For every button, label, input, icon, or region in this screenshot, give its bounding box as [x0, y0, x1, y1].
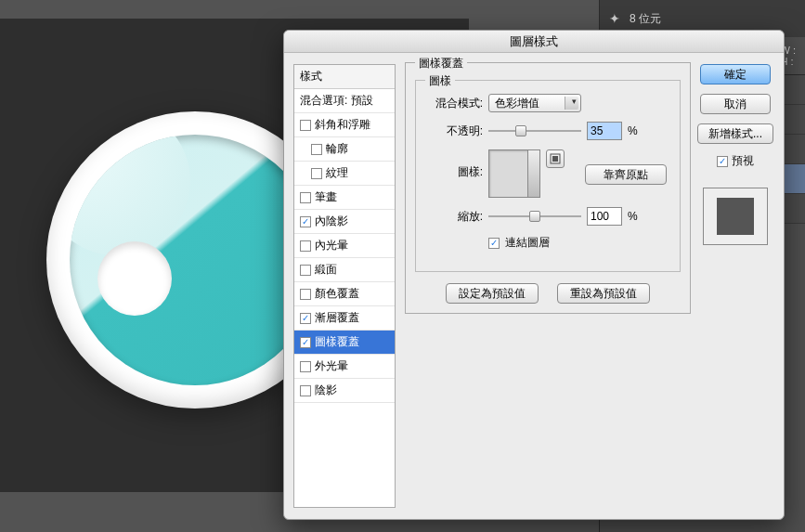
- style-label: 筆畫: [315, 189, 337, 205]
- style-checkbox[interactable]: [300, 240, 311, 252]
- scale-label: 縮放:: [427, 209, 483, 225]
- style-item[interactable]: 內陰影: [294, 210, 395, 234]
- style-checkbox[interactable]: [300, 289, 311, 300]
- scale-slider[interactable]: [488, 208, 581, 225]
- preview-checkbox[interactable]: [717, 156, 728, 167]
- panel-legend: 圖樣覆蓋: [415, 56, 467, 71]
- blend-mode-label: 混合模式:: [427, 96, 483, 111]
- eyedropper-icon: ✦: [609, 11, 620, 26]
- style-label: 內陰影: [315, 214, 348, 229]
- style-label: 圖樣覆蓋: [315, 334, 359, 350]
- ok-button[interactable]: 確定: [700, 64, 771, 84]
- svg-rect-1: [552, 156, 558, 162]
- style-item[interactable]: 漸層覆蓋: [294, 306, 395, 331]
- dialog-title: 圖層樣式: [284, 31, 784, 53]
- style-item[interactable]: 外光暈: [294, 355, 395, 379]
- style-label: 顏色覆蓋: [315, 286, 359, 302]
- style-item[interactable]: 陰影: [294, 379, 395, 403]
- percent-label-2: %: [628, 210, 638, 223]
- opacity-input[interactable]: [587, 122, 622, 140]
- blend-mode-select[interactable]: 色彩增值: [488, 94, 581, 112]
- reset-default-button[interactable]: 重設為預設值: [557, 283, 650, 304]
- pattern-legend: 圖樣: [425, 73, 455, 89]
- style-label: 漸層覆蓋: [315, 310, 359, 326]
- dialog-buttons-column: 確定 取消 新增樣式... 預視: [695, 53, 784, 519]
- style-checkbox[interactable]: [300, 385, 311, 396]
- style-checkbox[interactable]: [300, 337, 311, 348]
- style-item[interactable]: 緞面: [294, 258, 395, 282]
- percent-label: %: [628, 124, 638, 137]
- style-checkbox[interactable]: [300, 313, 311, 324]
- snap-origin-button[interactable]: 靠齊原點: [585, 164, 667, 185]
- style-label: 陰影: [315, 383, 337, 398]
- blending-options-item[interactable]: 混合選項: 預設: [294, 89, 395, 113]
- style-item[interactable]: 圖樣覆蓋: [294, 331, 395, 355]
- preview-label: 預視: [732, 153, 754, 169]
- style-checkbox[interactable]: [300, 120, 311, 131]
- bit-depth-label: 8 位元: [630, 11, 661, 27]
- styles-list: 樣式 混合選項: 預設 斜角和浮雕輪廓紋理筆畫內陰影內光暈緞面顏色覆蓋漸層覆蓋圖…: [293, 64, 396, 508]
- style-item[interactable]: 輪廓: [294, 137, 395, 162]
- scale-input[interactable]: [587, 207, 622, 226]
- preview-thumbnail: [703, 188, 768, 245]
- make-default-button[interactable]: 設定為預設值: [446, 283, 539, 304]
- layer-style-dialog: 圖層樣式 樣式 混合選項: 預設 斜角和浮雕輪廓紋理筆畫內陰影內光暈緞面顏色覆蓋…: [283, 30, 785, 520]
- cancel-button[interactable]: 取消: [700, 94, 771, 114]
- style-label: 緞面: [315, 262, 337, 278]
- new-style-button[interactable]: 新增樣式...: [697, 123, 773, 144]
- style-label: 斜角和浮雕: [315, 117, 370, 133]
- style-checkbox[interactable]: [311, 144, 322, 155]
- style-checkbox[interactable]: [300, 192, 311, 203]
- new-pattern-preset-button[interactable]: [546, 149, 565, 168]
- style-label: 輪廓: [326, 141, 348, 157]
- opacity-slider[interactable]: [488, 123, 581, 139]
- link-layer-label: 連結圖層: [505, 235, 550, 251]
- style-checkbox[interactable]: [300, 361, 311, 372]
- style-label: 內光暈: [315, 238, 348, 253]
- style-checkbox[interactable]: [311, 168, 322, 179]
- style-label: 外光暈: [315, 358, 348, 374]
- style-checkbox[interactable]: [300, 265, 311, 276]
- opacity-label: 不透明:: [427, 123, 483, 139]
- style-checkbox[interactable]: [300, 216, 311, 227]
- pattern-label: 圖樣:: [427, 149, 483, 180]
- link-layer-checkbox[interactable]: [488, 238, 500, 249]
- style-item[interactable]: 斜角和浮雕: [294, 113, 395, 137]
- styles-header[interactable]: 樣式: [294, 65, 395, 89]
- style-label: 紋理: [326, 165, 348, 181]
- style-item[interactable]: 顏色覆蓋: [294, 282, 395, 306]
- pattern-swatch[interactable]: [488, 149, 540, 198]
- style-item[interactable]: 筆畫: [294, 186, 395, 210]
- style-item[interactable]: 紋理: [294, 162, 395, 186]
- settings-panel: 圖樣覆蓋 圖樣 混合模式: 色彩增值 不透明:: [399, 53, 695, 519]
- style-item[interactable]: 內光暈: [294, 234, 395, 258]
